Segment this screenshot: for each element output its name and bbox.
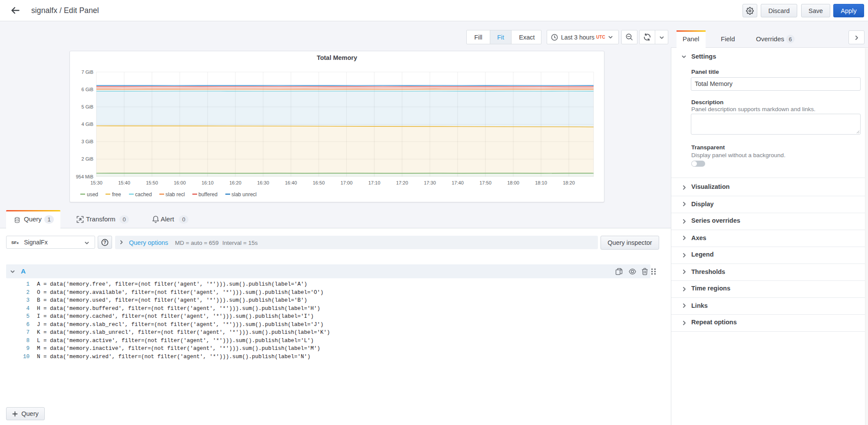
svg-text:18:10: 18:10 bbox=[535, 180, 547, 185]
svg-text:3 GiB: 3 GiB bbox=[81, 139, 93, 144]
svg-text:?: ? bbox=[103, 240, 106, 245]
svg-text:17:40: 17:40 bbox=[452, 180, 464, 185]
svg-text:free: free bbox=[112, 191, 121, 198]
svg-text:Total Memory: Total Memory bbox=[317, 54, 357, 61]
svg-text:17:20: 17:20 bbox=[396, 180, 408, 185]
svg-text:15:40: 15:40 bbox=[118, 180, 130, 185]
svg-text:cached: cached bbox=[135, 191, 152, 198]
svg-text:16:00: 16:00 bbox=[174, 180, 186, 185]
svg-text:4 GiB: 4 GiB bbox=[81, 122, 93, 127]
svg-text:18:00: 18:00 bbox=[507, 180, 519, 185]
svg-text:954 MiB: 954 MiB bbox=[76, 174, 93, 179]
svg-text:17:00: 17:00 bbox=[340, 180, 353, 185]
svg-text:5 GiB: 5 GiB bbox=[81, 104, 93, 109]
svg-text:7 GiB: 7 GiB bbox=[81, 69, 93, 75]
svg-text:slab unrecl: slab unrecl bbox=[231, 191, 257, 198]
svg-text:17:10: 17:10 bbox=[368, 180, 380, 185]
svg-text:2 GiB: 2 GiB bbox=[81, 156, 93, 161]
svg-text:15:30: 15:30 bbox=[90, 180, 102, 185]
svg-text:15:50: 15:50 bbox=[146, 180, 158, 185]
svg-text:slab recl: slab recl bbox=[165, 191, 185, 198]
svg-text:buffered: buffered bbox=[198, 191, 218, 198]
svg-text:16:30: 16:30 bbox=[257, 180, 269, 185]
svg-text:used: used bbox=[87, 191, 98, 198]
svg-text:6 GiB: 6 GiB bbox=[81, 87, 93, 92]
svg-text:16:50: 16:50 bbox=[313, 180, 325, 185]
svg-text:17:30: 17:30 bbox=[424, 180, 436, 185]
svg-text:17:50: 17:50 bbox=[479, 180, 492, 185]
svg-text:18:20: 18:20 bbox=[563, 180, 575, 185]
svg-text:16:10: 16:10 bbox=[201, 180, 214, 185]
svg-text:16:20: 16:20 bbox=[229, 180, 241, 185]
svg-text:16:40: 16:40 bbox=[285, 180, 297, 185]
